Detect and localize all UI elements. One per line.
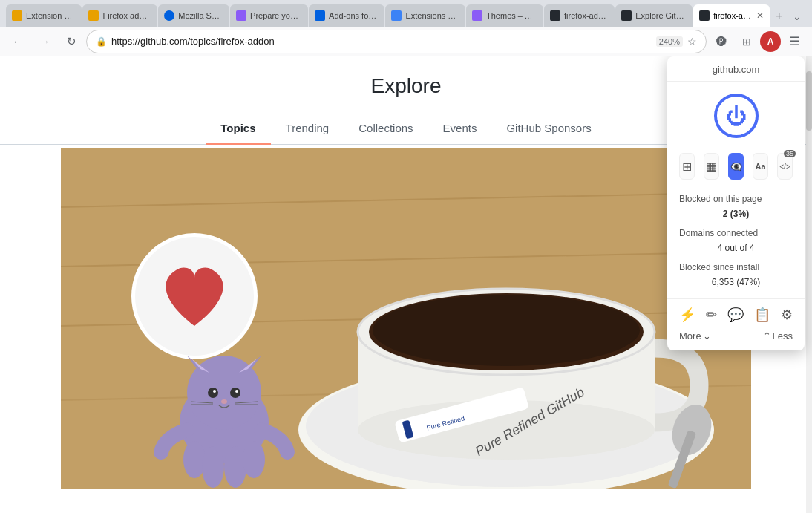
power-icon[interactable]: ⏻ xyxy=(714,94,759,138)
avatar[interactable]: A xyxy=(760,31,781,52)
action-settings-icon[interactable]: ⚙ xyxy=(781,307,793,323)
svg-point-30 xyxy=(235,390,238,393)
tab-5[interactable]: Add-ons for Fir… xyxy=(309,4,384,27)
address-bar[interactable]: 🔒 https://github.com/topics/firefox-addo… xyxy=(86,30,707,53)
more-label: More xyxy=(679,330,701,342)
popup-tool-layout[interactable]: ⊞ xyxy=(679,153,695,180)
svg-point-28 xyxy=(230,388,240,398)
scrollbar-thumb[interactable] xyxy=(806,71,812,131)
action-pen-icon[interactable]: ✏ xyxy=(706,307,717,323)
nav-bar: ← → ↻ 🔒 https://github.com/topics/firefo… xyxy=(0,27,812,56)
stat-blocked-install-label: Blocked since install xyxy=(679,262,759,272)
tab-1[interactable]: Extension Basi… xyxy=(6,4,82,27)
tab-2[interactable]: Firefox add-on… xyxy=(82,4,157,27)
tab-6[interactable]: Extensions – Ad… xyxy=(385,4,465,27)
popup-site-name: github.com xyxy=(713,64,760,75)
extension-popup: github.com ⏻ ⊞ ▦ 👁‍🗨 Aa </> 35 Blocked o… xyxy=(667,56,805,350)
tab-close-icon[interactable]: ✕ xyxy=(756,10,764,21)
menu-button[interactable]: ☰ xyxy=(782,30,806,53)
tab-10-active[interactable]: firefox-addo… ✕ xyxy=(693,4,770,27)
stat-blocked-install-value-row: 6,353 (47%) xyxy=(679,275,793,290)
stat-blocked-install: Blocked since install xyxy=(679,260,793,275)
popup-actions-row: ⚡ ✏ 💬 📋 ⚙ xyxy=(667,298,805,326)
chevron-down-icon: ⌄ xyxy=(703,330,711,342)
forward-button[interactable]: → xyxy=(33,30,56,53)
nav-github-sponsors[interactable]: GitHub Sponsors xyxy=(491,113,606,145)
tab-8[interactable]: firefox-addon… xyxy=(544,4,615,27)
action-chat-icon[interactable]: 💬 xyxy=(727,307,744,323)
svg-point-39 xyxy=(243,441,265,478)
page-content: Explore Topics Trending Collections Even… xyxy=(0,56,812,513)
popup-tools-row: ⊞ ▦ 👁‍🗨 Aa </> 35 xyxy=(667,147,805,186)
back-button[interactable]: ← xyxy=(6,30,30,53)
popup-stats: Blocked on this page 2 (3%) Domains conn… xyxy=(667,186,805,295)
nav-right: 🅟 ⊞ A ☰ xyxy=(710,30,806,53)
nav-trending[interactable]: Trending xyxy=(271,113,344,145)
stat-blocked-install-value: 6,353 (47%) xyxy=(712,277,760,287)
tab-7[interactable]: Themes – Add-… xyxy=(466,4,543,27)
nav-collections[interactable]: Collections xyxy=(344,113,428,145)
chevron-up-icon: ⌃ xyxy=(763,330,771,342)
less-label: Less xyxy=(773,330,793,342)
lock-icon: 🔒 xyxy=(96,36,107,47)
zoom-level: 240% xyxy=(656,36,683,47)
stat-domains-label: Domains connected xyxy=(679,228,758,238)
avatar-initial: A xyxy=(767,36,774,47)
tab-9[interactable]: Explore GitHub… xyxy=(615,4,693,27)
popup-header: github.com xyxy=(667,56,805,82)
stat-blocked-page-value: 2 (3%) xyxy=(723,209,749,219)
stat-domains: Domains connected xyxy=(679,226,793,241)
nav-topics[interactable]: Topics xyxy=(206,113,270,145)
stat-domains-value-row: 4 out of 4 xyxy=(679,241,793,255)
popup-tool-grid[interactable]: ▦ xyxy=(704,153,719,180)
svg-point-12 xyxy=(373,295,640,366)
action-lightning-icon[interactable]: ⚡ xyxy=(679,307,695,323)
stat-blocked-page-value-row: 2 (3%) xyxy=(679,206,793,221)
page-scrollbar[interactable] xyxy=(806,56,812,513)
popup-less-button[interactable]: ⌃ Less xyxy=(763,330,793,342)
pocket-button[interactable]: 🅟 xyxy=(710,30,733,53)
tab-3[interactable]: Mozilla Support xyxy=(158,4,229,27)
tab-overflow-button[interactable]: ⌄ xyxy=(788,6,806,27)
popup-tool-text[interactable]: Aa xyxy=(753,153,768,180)
stat-blocked-page: Blocked on this page xyxy=(679,192,793,206)
svg-point-37 xyxy=(202,446,224,488)
popup-tool-code[interactable]: </> 35 xyxy=(777,153,793,180)
popup-logo-area: ⏻ xyxy=(667,82,805,147)
popup-tool-eye[interactable]: 👁‍🗨 xyxy=(728,153,744,180)
action-list-icon[interactable]: 📋 xyxy=(754,307,770,323)
tab-bar: Extension Basi… Firefox add-on… Mozilla … xyxy=(0,0,812,27)
bookmark-star-icon[interactable]: ☆ xyxy=(687,36,697,48)
new-tab-button[interactable]: + xyxy=(770,6,788,27)
svg-point-38 xyxy=(224,446,246,488)
svg-point-27 xyxy=(208,388,218,398)
stat-domains-value: 4 out of 4 xyxy=(717,243,754,253)
svg-point-29 xyxy=(213,390,216,393)
url-text: https://github.com/topics/firefox-addon xyxy=(111,36,652,47)
collections-button[interactable]: ⊞ xyxy=(735,30,759,53)
popup-footer: More ⌄ ⌃ Less xyxy=(667,326,805,342)
nav-events[interactable]: Events xyxy=(428,113,492,145)
svg-point-31 xyxy=(221,399,227,404)
tab-4[interactable]: Prepare your Fi… xyxy=(230,4,308,27)
popup-more-button[interactable]: More ⌄ xyxy=(679,330,711,342)
svg-point-36 xyxy=(183,441,206,478)
stat-blocked-page-label: Blocked on this page xyxy=(679,194,762,204)
reload-button[interactable]: ↻ xyxy=(59,30,83,53)
browser-chrome: Extension Basi… Firefox add-on… Mozilla … xyxy=(0,0,812,56)
hero-image: Pure Refined xyxy=(61,148,751,489)
